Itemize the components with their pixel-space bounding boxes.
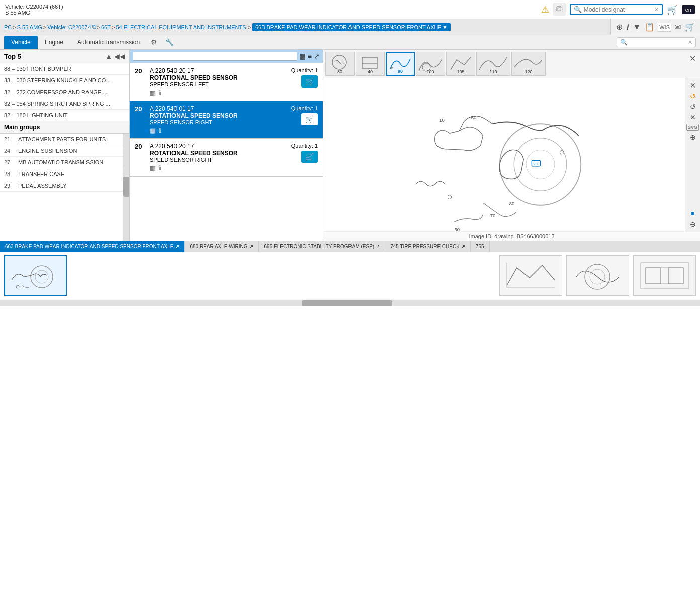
bottom-thumb-active[interactable]: [4, 255, 67, 296]
part-row-1[interactable]: 20 A 220 540 01 17 ROTATIONAL SPEED SENS…: [130, 101, 323, 139]
header-search-box[interactable]: 🔍 ✕: [570, 4, 663, 15]
part-2-grid-icon[interactable]: ▦: [150, 164, 156, 172]
bottom-tab-1-label: 680 REAR AXLE WIRING: [190, 244, 247, 249]
part-2-pos: 20: [135, 143, 147, 150]
doc-icon[interactable]: 📋: [644, 21, 656, 33]
toolbar-cart-icon[interactable]: 🛒: [684, 21, 696, 33]
header-left: Vehicle: C220074 (66T) S 55 AMG: [5, 4, 63, 16]
top5-item-1[interactable]: 33 – 030 STEERING KNUCKLE AND CO...: [0, 75, 129, 86]
part-2-info-icon[interactable]: ℹ: [159, 164, 161, 172]
parts-expand-icon[interactable]: ⤢: [314, 52, 320, 60]
thumb-120[interactable]: 120: [511, 52, 546, 76]
breadcrumb-66t[interactable]: 66T: [101, 24, 111, 30]
diagram-zoom-in-icon[interactable]: ⊕: [690, 133, 696, 141]
parts-search-input[interactable]: [135, 53, 295, 59]
tab-icon1[interactable]: ⚙: [147, 35, 161, 49]
thumb-30[interactable]: 30: [325, 52, 355, 76]
diagram-cross-icon[interactable]: ✕: [690, 113, 696, 121]
breadcrumb-vehicle[interactable]: Vehicle: C220074: [47, 24, 91, 30]
collapse-up-icon[interactable]: ▲: [105, 52, 112, 60]
cart-icon[interactable]: 🛒: [667, 4, 678, 15]
part-row-2[interactable]: 20 A 220 540 20 17 ROTATIONAL SPEED SENS…: [130, 139, 323, 177]
part-row-0[interactable]: 20 A 220 540 20 17 ROTATIONAL SPEED SENS…: [130, 63, 323, 101]
part-1-grid-icon[interactable]: ▦: [150, 127, 156, 134]
part-1-info-icon[interactable]: ℹ: [159, 127, 161, 134]
copy-vehicle-icon[interactable]: ⧉: [92, 24, 96, 30]
svg-point-20: [16, 285, 19, 288]
breadcrumb-s55[interactable]: S 55 AMG: [17, 24, 42, 30]
bottom-thumb-4[interactable]: [633, 255, 696, 296]
part-0-add-btn[interactable]: 🛒: [301, 75, 318, 88]
top5-item-0[interactable]: 88 – 030 FRONT BUMPER: [0, 63, 129, 75]
top5-item-4[interactable]: 82 – 180 LIGHTING UNIT: [0, 110, 129, 121]
bottom-tab-4[interactable]: 755: [471, 241, 490, 252]
diagram-refresh-icon[interactable]: ↺: [690, 103, 696, 111]
breadcrumb-current-dropdown[interactable]: 663 BRAKE PAD WEAR INDICATOR AND SPEED S…: [252, 23, 451, 31]
thumb-100[interactable]: 100: [416, 52, 445, 76]
thumb-90[interactable]: 90: [386, 52, 415, 76]
bottom-tab-0[interactable]: 663 BRAKE PAD WEAR INDICATOR AND SPEED S…: [0, 241, 185, 252]
hscroll-thumb[interactable]: [302, 300, 392, 306]
top5-item-3[interactable]: 32 – 054 SPRING STRUT AND SPRING ...: [0, 98, 129, 110]
breadcrumb-electrical[interactable]: 54 ELECTRICAL EQUIPMENT AND INSTRUMENTS: [116, 24, 246, 30]
bottom-tab-3-ext-icon[interactable]: ↗: [461, 244, 465, 249]
main-group-3-label: TRANSFER CASE: [18, 171, 64, 177]
main-group-2[interactable]: 27 MB AUTOMATIC TRANSMISSION: [0, 157, 123, 168]
copy-icon[interactable]: ⧉: [553, 3, 566, 16]
thumb-40[interactable]: 40: [356, 52, 385, 76]
part-1-add-btn[interactable]: 🛒: [301, 113, 318, 125]
tab-search-input[interactable]: [628, 39, 688, 46]
mail-icon[interactable]: ✉: [673, 21, 682, 33]
bottom-thumb-2[interactable]: [499, 255, 562, 296]
tab-search-clear[interactable]: ✕: [688, 39, 692, 46]
hscroll-bar[interactable]: [0, 300, 700, 306]
main-group-1[interactable]: 24 ENGINE SUSPENSION: [0, 145, 123, 157]
breadcrumb-toolbar: PC > S 55 AMG > Vehicle: C220074 ⧉ > 66T…: [0, 19, 700, 35]
tab-engine[interactable]: Engine: [38, 36, 70, 49]
bottom-tab-0-label: 663 BRAKE PAD WEAR INDICATOR AND SPEED S…: [5, 244, 173, 249]
bottom-thumb-3[interactable]: [566, 255, 629, 296]
diagram-svg-icon[interactable]: SVG: [686, 124, 699, 131]
sidebar-scrollbar[interactable]: [123, 134, 129, 241]
bottom-tab-1-ext-icon[interactable]: ↗: [249, 244, 253, 249]
part-0-pos: 20: [135, 67, 147, 75]
tab-icon2[interactable]: 🔧: [161, 35, 178, 49]
lang-badge[interactable]: en: [682, 5, 695, 14]
thumb-105[interactable]: 105: [446, 52, 475, 76]
info-icon[interactable]: i: [626, 22, 630, 33]
main-group-3[interactable]: 28 TRANSFER CASE: [0, 168, 123, 180]
warning-icon[interactable]: ⚠: [541, 4, 549, 15]
part-0-grid-icon[interactable]: ▦: [150, 89, 156, 97]
breadcrumb-pc[interactable]: PC: [4, 24, 12, 30]
thumb-110[interactable]: 110: [476, 52, 510, 76]
top5-item-2[interactable]: 32 – 232 COMPRESSOR AND RANGE ...: [0, 86, 129, 98]
parts-grid-icon[interactable]: ▦: [299, 52, 306, 60]
main-group-4[interactable]: 29 PEDAL ASSEMBLY: [0, 180, 123, 192]
filter-icon[interactable]: ▼: [632, 22, 642, 33]
model-search-input[interactable]: [584, 6, 654, 13]
parts-list-icon[interactable]: ≡: [308, 52, 312, 60]
bottom-tab-1[interactable]: 680 REAR AXLE WIRING ↗: [185, 241, 258, 252]
bottom-tab-0-ext-icon[interactable]: ↗: [175, 244, 179, 249]
diagram-blue-dot-icon[interactable]: ●: [690, 209, 695, 218]
main-group-0[interactable]: 21 ATTACHMENT PARTS FOR UNITS: [0, 134, 123, 145]
diagram-close-icon[interactable]: ✕: [690, 81, 696, 90]
main-group-1-num: 24: [4, 148, 15, 154]
diagram-zoom-out-icon[interactable]: ⊖: [690, 220, 696, 228]
top5-icons: ▲ ◀◀: [105, 52, 125, 60]
bottom-tab-2[interactable]: 695 ELECTRONIC STABILITY PROGRAM (ESP) ↗: [259, 241, 386, 252]
bottom-tab-3[interactable]: 745 TIRE PRESSURE CHECK ↗: [385, 241, 471, 252]
part-2-add-btn[interactable]: 🛒: [301, 151, 318, 163]
clear-search-icon[interactable]: ✕: [654, 6, 659, 13]
collapse-left-icon[interactable]: ◀◀: [114, 52, 125, 60]
tab-automatic[interactable]: Automatic transmission: [70, 36, 147, 49]
part-0-info-icon[interactable]: ℹ: [159, 89, 161, 97]
zoom-in-icon[interactable]: ⊕: [615, 21, 624, 33]
wis-icon[interactable]: WIS: [658, 23, 671, 32]
bottom-tab-2-ext-icon[interactable]: ↗: [376, 244, 380, 249]
tab-search-box[interactable]: 🔍 ✕: [617, 37, 696, 47]
diagram-orange-icon[interactable]: ↺: [690, 92, 696, 100]
close-thumbnails-btn[interactable]: ✕: [687, 52, 698, 65]
tab-vehicle[interactable]: Vehicle: [4, 36, 38, 49]
parts-search-box[interactable]: [133, 52, 297, 61]
